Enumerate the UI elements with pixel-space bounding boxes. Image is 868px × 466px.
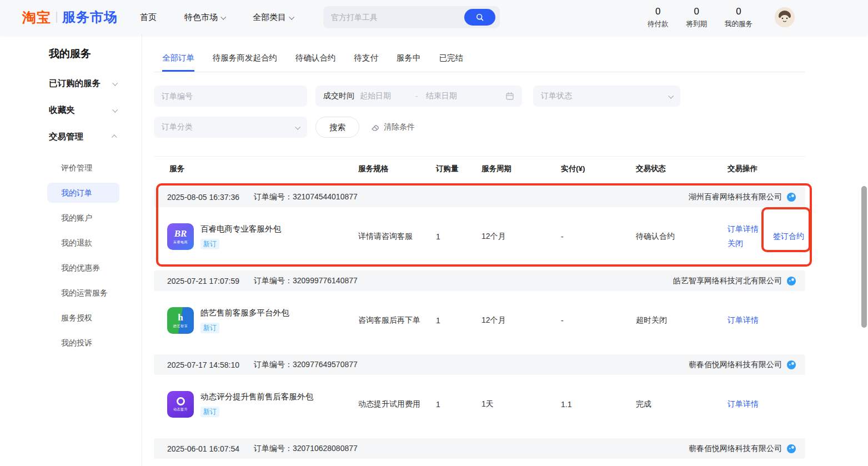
sidebar-item-my-orders[interactable]: 我的订单 [47, 183, 119, 203]
search-button[interactable] [464, 9, 495, 26]
avatar-image [775, 7, 795, 27]
deal-time-range-picker[interactable]: 成交时间 起始日期 - 结束日期 [315, 86, 522, 107]
nav-home[interactable]: 首页 [140, 12, 157, 23]
sidebar-section-trade-management[interactable]: 交易管理 [49, 131, 117, 143]
tab-awaiting-provider-contract[interactable]: 待服务商发起合约 [213, 53, 277, 72]
filter-row-2: 订单分类 搜索 清除条件 [154, 117, 805, 138]
order-category-select[interactable]: 订单分类 [154, 117, 307, 138]
service-period: 1天 [481, 399, 561, 409]
new-order-badge: 新订 [200, 239, 219, 249]
new-order-badge: 新订 [200, 407, 219, 417]
chevron-down-icon [112, 81, 118, 86]
order-no-label: 订单编号： [254, 360, 293, 369]
sidebar-item-my-complaints[interactable]: 我的投诉 [47, 333, 119, 353]
sidebar-item-my-refunds[interactable]: 我的退款 [47, 233, 119, 253]
sidebar-item-my-operation-services[interactable]: 我的运营服务 [47, 283, 119, 303]
order-row: 动态提升 动态评分提升售前售后客服外包 新订 动态提升试用费用 1 1天 1.1… [154, 375, 805, 434]
nav-featured-markets[interactable]: 特色市场 [184, 12, 225, 23]
top-nav: 首页 特色市场 全部类目 [140, 12, 293, 23]
order-group-2: 2025-07-21 17:07:59 订单编号：320999776140877… [154, 270, 805, 350]
chevron-down-icon [295, 124, 300, 129]
service-market-logo-text: 服务市场 [62, 8, 118, 26]
order-detail-link[interactable]: 订单详情 [727, 399, 759, 409]
service-period: 12个月 [481, 315, 561, 325]
sidebar-section-favorites[interactable]: 收藏夹 [49, 104, 117, 116]
service-spec: 详情请咨询客服 [358, 232, 436, 242]
col-quantity: 订购量 [436, 164, 481, 174]
end-date-field[interactable]: 结束日期 [426, 91, 457, 101]
order-group-header: 2025-08-05 16:37:36 订单编号：321074544010877… [154, 187, 805, 207]
order-no: 320977649570877 [293, 360, 358, 369]
service-period: 12个月 [481, 232, 561, 242]
sidebar-item-my-coupons[interactable]: 我的优惠券 [47, 258, 119, 278]
paid-amount: 1.1 [561, 400, 636, 409]
order-row: BR 百睿电商 百睿电商专业客服外包 新订 详情请咨询客服 1 12个月 - 待… [154, 207, 805, 266]
service-name[interactable]: 动态评分提升售前售后客服外包 [200, 392, 313, 402]
wangwang-chat-icon[interactable] [786, 444, 796, 454]
order-tabs: 全部订单 待服务商发起合约 待确认合约 待支付 服务中 已完结 [154, 53, 805, 72]
order-status-select[interactable]: 订单状态 [533, 86, 680, 107]
start-date-field[interactable]: 起始日期 [360, 91, 391, 101]
trade-status: 待确认合约 [636, 232, 727, 242]
vertical-scrollbar[interactable] [861, 186, 867, 328]
col-service: 服务 [154, 164, 358, 174]
ring-glyph [177, 397, 185, 405]
avatar[interactable] [775, 7, 795, 27]
wangwang-chat-icon[interactable] [786, 360, 796, 370]
order-detail-link[interactable]: 订单详情 [727, 224, 759, 234]
stat-expiring[interactable]: 0 将到期 [686, 6, 708, 29]
stat-my-services[interactable]: 0 我的服务 [725, 6, 752, 29]
new-order-badge: 新订 [200, 323, 219, 333]
col-period: 服务周期 [481, 164, 561, 174]
sidebar-item-my-account[interactable]: 我的账户 [47, 208, 119, 228]
order-row: h 皓艺智享 皓艺售前客服多平台外包 新订 咨询客服后再下单 1 12个月 - … [154, 291, 805, 350]
close-order-link[interactable]: 关闭 [727, 239, 759, 249]
filter-search-button[interactable]: 搜索 [315, 117, 359, 138]
service-spec: 动态提升试用费用 [358, 399, 436, 409]
company-name: 蕲春佰悦网络科技有限公司 [689, 360, 782, 370]
nav-all-categories[interactable]: 全部类目 [253, 12, 293, 23]
service-icon[interactable]: h 皓艺智享 [167, 307, 194, 334]
clear-filters-button[interactable]: 清除条件 [370, 122, 415, 132]
sidebar-section-purchased-services[interactable]: 已订购的服务 [49, 78, 117, 89]
service-name[interactable]: 百睿电商专业客服外包 [200, 224, 281, 234]
order-no: 321074544010877 [293, 192, 358, 201]
sidebar-item-review-management[interactable]: 评价管理 [47, 158, 119, 178]
tab-completed[interactable]: 已完结 [439, 53, 464, 72]
order-date: 2025-07-21 17:07:59 [167, 277, 239, 285]
order-no-label: 订单编号： [254, 444, 293, 453]
service-icon[interactable]: BR 百睿电商 [167, 223, 194, 250]
order-no-label: 订单编号： [254, 276, 293, 285]
order-quantity: 1 [436, 316, 481, 325]
order-date: 2025-08-05 16:37:36 [167, 193, 239, 202]
chevron-down-icon [668, 93, 674, 98]
order-group-3: 2025-07-17 14:58:10 订单编号：320977649570877… [154, 354, 805, 434]
order-quantity: 1 [436, 400, 481, 409]
col-paid: 实付(¥) [561, 164, 636, 174]
sign-contract-link[interactable]: 签订合约 [773, 232, 804, 242]
sidebar-item-service-authorization[interactable]: 服务授权 [47, 308, 119, 328]
service-name[interactable]: 皓艺售前客服多平台外包 [200, 308, 289, 318]
filter-row-1: 成交时间 起始日期 - 结束日期 订单状态 [154, 86, 805, 107]
order-detail-link[interactable]: 订单详情 [727, 315, 759, 325]
eraser-icon [370, 123, 380, 132]
chevron-down-icon [289, 14, 294, 19]
order-group-header: 2025-06-01 16:07:54 订单编号：320710628080877… [154, 438, 805, 459]
order-group-4: 2025-06-01 16:07:54 订单编号：320710628080877… [154, 438, 805, 459]
wangwang-chat-icon[interactable] [786, 276, 796, 286]
tab-awaiting-contract-confirmation[interactable]: 待确认合约 [295, 53, 336, 72]
search-input[interactable] [331, 13, 464, 22]
tab-in-service[interactable]: 服务中 [397, 53, 421, 72]
tab-all-orders[interactable]: 全部订单 [162, 53, 194, 72]
page: 淘宝 服务市场 首页 特色市场 全部类目 [0, 0, 868, 466]
order-date: 2025-06-01 16:07:54 [167, 444, 239, 453]
stat-pending-payment[interactable]: 0 待付款 [648, 6, 669, 29]
wangwang-chat-icon[interactable] [786, 192, 796, 202]
order-number-input[interactable] [154, 86, 307, 107]
trade-status: 超时关闭 [636, 315, 727, 325]
col-status: 交易状态 [636, 164, 727, 174]
site-logo[interactable]: 淘宝 服务市场 [22, 8, 118, 27]
service-icon[interactable]: 动态提升 [167, 391, 194, 418]
top-header: 淘宝 服务市场 首页 特色市场 全部类目 [0, 0, 868, 34]
tab-awaiting-payment[interactable]: 待支付 [354, 53, 379, 72]
